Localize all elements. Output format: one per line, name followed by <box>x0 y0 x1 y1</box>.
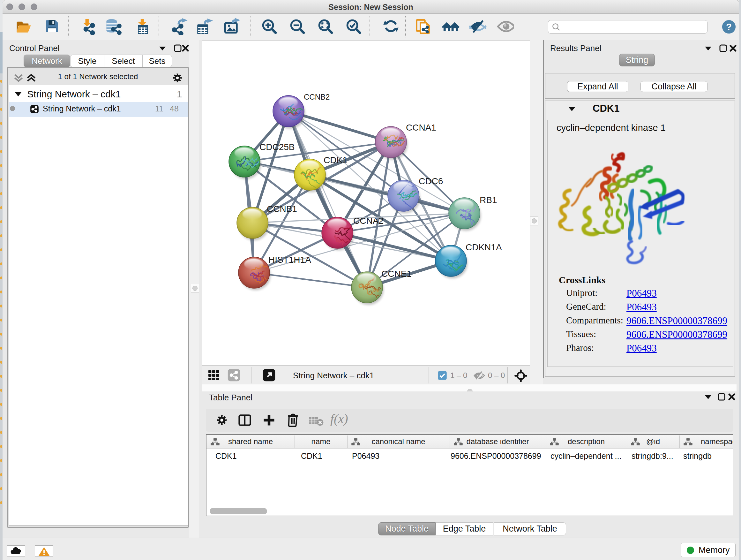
svg-text:CDC6: CDC6 <box>419 176 443 186</box>
svg-text:RB1: RB1 <box>480 195 497 205</box>
svg-text:CCNB2: CCNB2 <box>304 92 330 101</box>
svg-text:CCNE1: CCNE1 <box>381 269 412 279</box>
svg-text:HIST1H1A: HIST1H1A <box>268 255 311 265</box>
svg-text:CDK1: CDK1 <box>324 155 347 165</box>
svg-text:CCNB1: CCNB1 <box>267 204 297 214</box>
svg-text:CCNA1: CCNA1 <box>406 123 436 132</box>
svg-text:CDC25B: CDC25B <box>259 142 294 152</box>
svg-text:?: ? <box>726 22 732 32</box>
svg-text:CDKN1A: CDKN1A <box>466 242 502 252</box>
svg-text:CCNA2: CCNA2 <box>353 216 384 226</box>
